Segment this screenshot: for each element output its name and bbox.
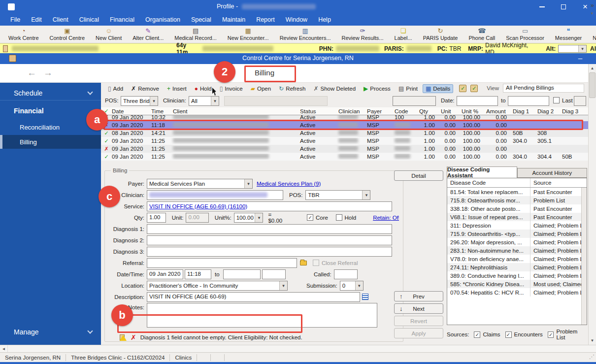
toolbar-overflow-icon[interactable]: » [591,1,594,9]
validate-client-icon[interactable]: ✓ [470,85,478,92]
date-input[interactable]: 09 Jan 2020 [147,269,183,279]
forward-arrow-button[interactable]: → [43,67,53,78]
column-header[interactable]: Diag 3 [560,108,581,114]
toolbar-button[interactable]: ☎ Phone Call [463,26,500,43]
menu-item[interactable]: Maintain [218,15,250,25]
column-header[interactable]: Client [171,108,298,114]
column-header[interactable]: Unit % [460,108,484,114]
column-header[interactable]: Diag 2 [535,108,560,114]
table-row[interactable]: ✓ 08 Jan 2020 14:21 Active MSP 1.00 0.00… [101,129,588,137]
end-time-input[interactable] [262,269,286,279]
remove-button[interactable]: ✗ Remove [128,84,162,93]
column-header[interactable]: Status [298,108,336,114]
location-select[interactable]: Practitioner's Office - In Community [147,281,288,291]
referral-input[interactable] [147,258,297,268]
menu-item[interactable]: Clinical [75,15,103,25]
diagnosis3-input[interactable] [147,247,392,257]
control-centre-minimize-button[interactable]: – [578,54,582,62]
source-checkbox-item[interactable]: Claims [474,331,500,338]
disease-row[interactable]: 070.54: Hepatitis C: HCV R... Claimed; P… [447,288,587,297]
show-deleted-button[interactable]: ✗ Show Deleted [310,84,359,93]
menu-item[interactable]: File [6,15,25,25]
source-column-header[interactable]: Source [530,178,587,187]
diagnosis1-input[interactable] [147,224,392,234]
pos-filter-select[interactable]: Three Bridg [121,96,158,106]
panel-tab[interactable]: Account History [517,168,588,178]
menu-item[interactable]: Window [281,15,312,25]
disease-row[interactable]: 389.0: Conductive hearing l... Claimed; … [447,271,587,280]
notes-textarea[interactable] [147,303,377,328]
time-input[interactable]: 11:18 [185,269,211,279]
disease-row[interactable]: V68.1: Issue of repeat pres... Past Enco… [447,213,587,221]
column-header[interactable]: Code [393,108,417,114]
insert-button[interactable]: + Insert [164,84,190,93]
hold-checkbox[interactable] [336,214,342,221]
menu-item[interactable]: Help [314,15,335,25]
maximize-button[interactable] [553,0,574,14]
column-header[interactable]: Payer [365,108,393,114]
toolbar-button[interactable]: ▤ Medical Record... [169,26,222,43]
description-input[interactable]: VISIT IN OFFICE (AGE 60-69) [147,292,360,302]
source-checkbox-item[interactable]: Encounters [505,331,543,338]
sidebar-item-schedule[interactable]: Schedule [0,86,101,100]
clinician-filter-select[interactable]: All [189,96,219,106]
table-row[interactable]: ✗ 09 Jan 2020 11:18 Active MSP 1.00 0.00… [101,121,588,129]
disease-table-scrollbar[interactable] [581,188,587,325]
add-button[interactable]: ▯ Add [105,84,126,93]
resize-grip[interactable]: ⋰ [589,354,595,360]
end-date-input[interactable] [223,269,261,279]
toolbar-button[interactable]: ▦ New Encounter... [222,26,274,43]
toolbar-button[interactable]: ↻ PARIS Update [418,26,464,43]
disease-row[interactable]: 715.8: Osteoarthrosis mor... Problem Lis… [447,196,587,204]
invoice-button[interactable]: ▯ Invoice [217,84,246,93]
disease-row[interactable]: 715.9: Osteoarthritis- <typ... Claimed; … [447,230,587,238]
prev-button[interactable]: ↑Prev [394,291,443,301]
column-header[interactable]: Time [149,108,171,114]
referral-lookup-icon[interactable] [300,261,307,265]
column-header[interactable]: Clinician [336,108,365,114]
submission-select[interactable]: 0 [340,281,364,291]
date-to-input[interactable] [508,96,549,106]
payer-link[interactable]: Medical Services Plan (9) [257,181,321,187]
vertical-scrollbar[interactable]: ▲ ▼ [588,64,596,345]
service-link[interactable]: VISIT IN OFFICE (AGE 60-69) (16100) [149,203,247,209]
source-checkbox-item[interactable]: Problem List [548,329,587,340]
table-row[interactable]: ✓ 09 Jan 2020 11:25 Active MSP 1.00 0.00… [101,153,588,161]
toolbar-button[interactable]: ❝ Messenger [550,26,587,43]
disease-code-column-header[interactable]: Disease Code [447,180,530,186]
description-editor-icon[interactable] [362,294,368,300]
toolbar-button[interactable]: ☻ No Show [587,26,596,43]
toolbar-button[interactable]: ▣ Control Centre [44,26,91,43]
toolbar-button[interactable]: ▭ Scan Processor [500,26,550,43]
disease-row[interactable]: 585: *Chronic Kidney Disea... Most used;… [447,280,587,288]
process-button[interactable]: ▶ Process [361,84,394,93]
toolbar-button[interactable]: ✑ Review Results... [336,26,389,43]
horizontal-scrollbar[interactable]: ◄ [0,345,596,352]
disease-row[interactable]: 283.1: Non-autoimmune he... Claimed; Pro… [447,246,587,255]
refresh-button[interactable]: ↻ Refresh [276,84,308,93]
column-header[interactable]: Unit [439,108,460,114]
core-checkbox[interactable] [307,214,313,221]
payer-select[interactable]: Medical Services Plan [147,179,253,189]
sidebar-item-manage[interactable]: Manage [0,324,101,340]
disease-row[interactable]: V78.0: Iron deficiency anae... Claimed; … [447,255,587,263]
pos-select[interactable]: TBR [305,190,370,200]
source-checkbox[interactable] [548,331,554,338]
validate-billing-icon[interactable]: ✓ [459,85,466,92]
source-checkbox[interactable] [505,331,512,338]
toolbar-overflow-drop-icon[interactable]: ▾ [591,11,593,16]
column-header[interactable]: Date [110,108,149,114]
view-select[interactable]: All Pending Billings [503,84,584,93]
disease-row[interactable]: 81.54: Total knee replacem... Past Encou… [447,188,587,196]
next-button[interactable]: ↓Next [394,303,443,314]
disease-row[interactable]: 311: Depression Claimed; Problem List [447,221,587,230]
qty-input[interactable]: 1.00 [147,213,166,223]
hold-button[interactable]: ● Hold [192,84,215,93]
toolbar-button[interactable]: ❏ Label... [389,26,418,43]
detail-button[interactable]: Detail [394,170,443,181]
alt-select[interactable] [558,45,587,53]
column-header[interactable]: Amount [484,108,511,114]
called-input[interactable] [334,269,358,279]
scroll-up-icon[interactable]: ▲ [589,65,596,72]
print-button[interactable]: ▤ Print [396,84,421,93]
